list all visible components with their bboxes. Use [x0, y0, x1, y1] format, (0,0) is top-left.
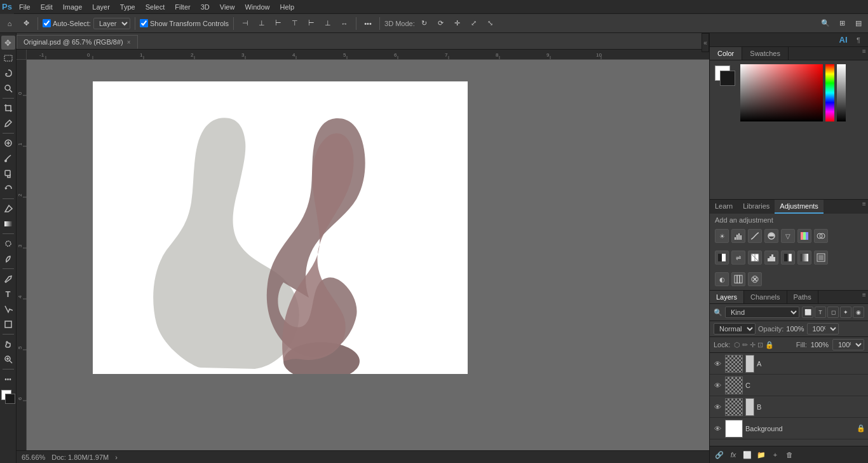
background-swatch[interactable]	[720, 71, 735, 86]
layer-row-A[interactable]: 👁 A	[710, 353, 868, 375]
spot-heal-tool[interactable]	[1, 136, 15, 150]
lock-transparent-icon[interactable]: ⬡	[734, 341, 740, 349]
vibrance-adj-icon[interactable]: ▽	[781, 229, 795, 243]
align-h-icon[interactable]: ↔	[337, 17, 351, 31]
gradientmap-adj-icon[interactable]	[797, 251, 811, 265]
lock-all-icon[interactable]: 🔒	[765, 341, 774, 349]
menu-edit[interactable]: Edit	[36, 2, 58, 12]
expand-status-icon[interactable]: ›	[115, 453, 118, 461]
transform-checkbox[interactable]: Show Transform Controls	[140, 19, 229, 27]
levels-adj-icon[interactable]	[731, 229, 745, 243]
blur-tool[interactable]	[1, 237, 15, 251]
quick-select-tool[interactable]	[1, 81, 15, 95]
menu-help[interactable]: Help	[275, 2, 300, 12]
filter-type-icon[interactable]: T	[815, 307, 826, 318]
crop-tool[interactable]	[1, 101, 15, 115]
hand-tool[interactable]	[1, 337, 15, 351]
marquee-tool[interactable]	[1, 51, 15, 65]
workspace-icon[interactable]: ▤	[851, 17, 865, 31]
filter-smart-icon[interactable]: ✦	[840, 307, 851, 318]
colorlookup-adj-icon[interactable]: ⇌	[731, 251, 745, 265]
tab-close-btn[interactable]: ×	[127, 39, 131, 46]
exposure-adj-icon[interactable]	[764, 229, 778, 243]
home-icon[interactable]: ⌂	[3, 17, 17, 31]
menu-select[interactable]: Select	[140, 2, 170, 12]
layer-row-background[interactable]: 👁 Background 🔒	[710, 418, 868, 439]
filter-toggle-icon[interactable]: ◉	[853, 307, 864, 318]
add-mask-icon[interactable]: ⬜	[742, 449, 753, 460]
canvas-area[interactable]: -1 0 1 2 3 4 5 6 7 8 9 10 0 1 2 3 4	[17, 50, 709, 450]
layer-visibility-A[interactable]: 👁	[712, 359, 722, 369]
bw-adj-icon[interactable]	[715, 251, 729, 265]
eyedropper-tool[interactable]	[1, 116, 15, 130]
lightness-bar[interactable]	[837, 64, 846, 121]
dodge-tool[interactable]	[1, 252, 15, 266]
3d-rotate-icon[interactable]: ↻	[417, 17, 431, 31]
menu-layer[interactable]: Layer	[87, 2, 115, 12]
align-center-h-icon[interactable]: ⊥	[255, 17, 269, 31]
pen-tool[interactable]	[1, 272, 15, 286]
collapse-right-panel-btn[interactable]: «	[702, 33, 709, 52]
selectivecolor-adj-icon[interactable]	[814, 251, 828, 265]
menu-file[interactable]: File	[14, 2, 36, 12]
align-right-icon[interactable]: ⊢	[271, 17, 285, 31]
gradient-tool[interactable]	[1, 217, 15, 231]
hue-bar[interactable]	[825, 64, 834, 121]
shape-tool[interactable]	[1, 317, 15, 331]
3d-slide-icon[interactable]: ⤢	[467, 17, 481, 31]
layout-icon[interactable]: ⊞	[835, 17, 849, 31]
layer-visibility-C[interactable]: 👁	[712, 380, 722, 390]
link-layers-icon[interactable]: 🔗	[714, 449, 725, 460]
paragraph-icon[interactable]: ¶	[853, 34, 864, 46]
posterize-adj-icon[interactable]	[764, 251, 778, 265]
3d-drag-icon[interactable]: ✛	[451, 17, 465, 31]
channelmixer-adj-icon[interactable]	[731, 272, 745, 286]
lock-artboard-icon[interactable]: ⊡	[757, 341, 763, 349]
fx-icon[interactable]: fx	[728, 449, 739, 460]
search-icon[interactable]: 🔍	[818, 17, 832, 31]
layers-tab[interactable]: Layers	[710, 291, 744, 303]
move-tool-btn[interactable]: ✥	[19, 17, 33, 31]
align-top-icon[interactable]: ⊤	[288, 17, 302, 31]
delete-layer-icon[interactable]: 🗑	[783, 449, 795, 460]
lasso-tool[interactable]	[1, 66, 15, 80]
new-layer-icon[interactable]: +	[770, 449, 781, 460]
menu-filter[interactable]: Filter	[170, 2, 195, 12]
threshold-adj-icon[interactable]	[781, 251, 795, 265]
align-center-v-icon[interactable]: ⊢	[304, 17, 318, 31]
photofilter-adj-icon[interactable]	[748, 272, 762, 286]
menu-image[interactable]: Image	[58, 2, 88, 12]
adj-panel-collapse[interactable]: ≡	[860, 200, 868, 207]
layer-row-C[interactable]: 👁 C	[710, 375, 868, 396]
color-spectrum[interactable]	[740, 64, 823, 121]
brush-tool[interactable]	[1, 151, 15, 165]
more-tools-btn[interactable]: •••	[1, 372, 15, 386]
fill-select[interactable]: 100%	[832, 339, 864, 350]
menu-3d[interactable]: 3D	[196, 2, 215, 12]
layer-visibility-bg[interactable]: 👁	[712, 424, 722, 434]
layer-visibility-B[interactable]: 👁	[712, 402, 722, 412]
paths-tab[interactable]: Paths	[787, 291, 818, 303]
color-tab[interactable]: Color	[710, 47, 742, 60]
history-brush-tool[interactable]	[1, 182, 15, 196]
filter-pixel-icon[interactable]: ⬜	[802, 307, 813, 318]
layers-filter-select[interactable]: Kind	[725, 307, 799, 318]
align-left-icon[interactable]: ⊣	[238, 17, 252, 31]
learn-tab[interactable]: Learn	[710, 200, 738, 214]
brightness-adj-icon[interactable]: ☀	[715, 229, 729, 243]
fg-bg-swatches[interactable]	[714, 64, 736, 87]
channels-tab[interactable]: Channels	[744, 291, 787, 303]
new-group-icon[interactable]: 📁	[756, 449, 767, 460]
path-select-tool[interactable]	[1, 302, 15, 316]
adjustments-tab[interactable]: Adjustments	[775, 200, 824, 214]
menu-type[interactable]: Type	[115, 2, 140, 12]
lock-image-icon[interactable]: ✏	[742, 341, 748, 349]
layers-panel-collapse[interactable]: ≡	[860, 291, 868, 298]
colorbalance-adj-icon[interactable]	[814, 229, 828, 243]
opacity-select[interactable]: 100%	[807, 323, 839, 335]
curves-adj-icon[interactable]	[748, 229, 762, 243]
lock-position-icon[interactable]: ✛	[750, 341, 756, 349]
document-tab[interactable]: Original.psd @ 65.7% (RGB/8#) ×	[17, 35, 138, 49]
brightnesscontrast-adj-icon2[interactable]: ◐	[715, 272, 729, 286]
type-tool[interactable]: T	[1, 287, 15, 301]
